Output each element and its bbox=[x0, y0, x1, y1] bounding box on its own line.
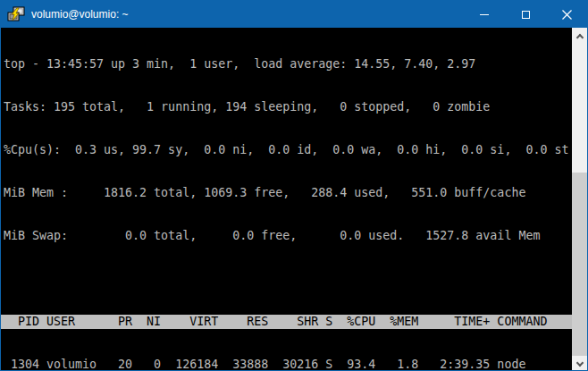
swap-line: MiB Swap: 0.0 total, 0.0 free, 0.0 used.… bbox=[4, 229, 574, 243]
process-rows: 1304 volumio 20 0 126184 33888 30216 S 9… bbox=[4, 358, 574, 371]
titlebar[interactable]: volumio@volumio: ~ bbox=[1, 1, 587, 28]
maximize-button[interactable] bbox=[505, 1, 546, 28]
putty-icon[interactable] bbox=[7, 6, 25, 22]
terminal-screen[interactable]: top - 13:45:57 up 3 min, 1 user, load av… bbox=[1, 28, 574, 371]
top-uptime-line: top - 13:45:57 up 3 min, 1 user, load av… bbox=[4, 57, 574, 72]
minimize-button[interactable] bbox=[464, 1, 505, 28]
window-title: volumio@volumio: ~ bbox=[31, 8, 464, 21]
scroll-up-button[interactable] bbox=[572, 28, 587, 43]
scroll-down-button[interactable] bbox=[572, 357, 587, 371]
chevron-up-icon bbox=[575, 33, 583, 40]
scrollbar[interactable] bbox=[572, 28, 587, 371]
maximize-icon bbox=[522, 11, 530, 19]
process-row: 1304 volumio 20 0 126184 33888 30216 S 9… bbox=[4, 358, 574, 371]
chevron-down-icon bbox=[575, 358, 583, 366]
close-icon bbox=[562, 10, 572, 20]
blank-line bbox=[4, 272, 574, 286]
mem-line: MiB Mem : 1816.2 total, 1069.3 free, 288… bbox=[4, 186, 574, 200]
tasks-line: Tasks: 195 total, 1 running, 194 sleepin… bbox=[4, 100, 574, 114]
cpu-line: %Cpu(s): 0.3 us, 99.7 sy, 0.0 ni, 0.0 id… bbox=[4, 143, 574, 157]
putty-window: volumio@volumio: ~ top - 13:45:57 up 3 m… bbox=[0, 0, 588, 371]
close-button[interactable] bbox=[546, 1, 587, 28]
scrollbar-thumb[interactable] bbox=[572, 173, 587, 356]
process-table-header: PID USER PR NI VIRT RES SHR S %CPU %MEM … bbox=[1, 315, 574, 329]
minimize-icon bbox=[480, 14, 489, 15]
